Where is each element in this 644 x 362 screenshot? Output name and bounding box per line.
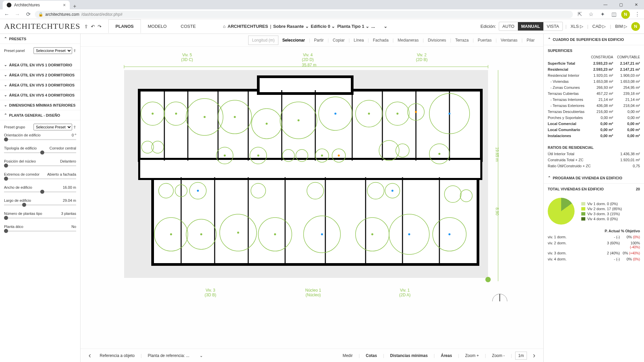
undo-icon[interactable]: ↶ <box>91 24 95 29</box>
tab-planos[interactable]: PLANOS <box>108 19 141 33</box>
tool-partir[interactable]: Partir <box>311 36 327 45</box>
legend-item: Viv 3 dorm. 3 (15%) <box>581 212 622 216</box>
bt-medir[interactable]: Medir <box>340 352 355 359</box>
bt-scale[interactable]: 1m <box>515 352 527 360</box>
reload-button[interactable]: ⟳ <box>24 10 32 18</box>
panel-icon[interactable]: ◫ <box>610 10 618 18</box>
browser-tab[interactable]: Architechtures × <box>3 1 70 9</box>
surf-row: Residencial Interior1.920,01 m²1.908,03 … <box>548 72 640 78</box>
user-avatar[interactable]: N <box>631 22 640 31</box>
bc-more[interactable]: ... ⌄ <box>371 24 387 29</box>
tool-seleccionar[interactable]: Seleccionar <box>279 36 308 45</box>
slider-7[interactable]: Planta áticoNo <box>4 225 76 232</box>
bc-root[interactable]: ARCHITECHTURES <box>228 24 268 29</box>
star-icon[interactable]: ☆ <box>587 10 595 18</box>
redo-icon[interactable]: ↷ <box>98 24 102 29</box>
bt-dist[interactable]: Distancias mínimas <box>387 352 430 359</box>
section-presets[interactable]: ⌃PRESETS <box>0 34 80 44</box>
section-planta[interactable]: ⌃PLANTA GENERAL - DISEÑO <box>0 110 80 120</box>
surf-row: Instalaciones0,00 m²0,00 m² <box>548 133 640 139</box>
tool-fachada[interactable]: Fachada <box>370 36 392 45</box>
tool-longitudm[interactable]: Longitud (m) <box>248 36 278 45</box>
section-dims[interactable]: ⌄DIMENSIONES MÍNIMAS INTERIORES <box>0 100 80 110</box>
slider-0[interactable]: Orientación de edificio0 º <box>4 133 76 140</box>
maximize-button[interactable]: ▢ <box>613 0 629 9</box>
slider-6[interactable]: Número de plantas tipo3 plantas <box>4 212 76 219</box>
bc-level[interactable]: Sobre Rasante ⌄ <box>273 24 309 29</box>
home-icon[interactable]: ⌂ <box>223 24 226 29</box>
svg-point-81 <box>438 153 440 155</box>
slider-2[interactable]: Posición del núcleoDelantero <box>4 159 76 166</box>
total-viv-label: TOTAL VIVIENDAS EN EDIFICIO <box>548 187 604 191</box>
upload-icon[interactable]: ⇪ <box>73 49 76 53</box>
profile-avatar[interactable]: N <box>621 10 630 19</box>
rp-programa-header[interactable]: ⌃PROGRAMA DE VIVIENDA EN EDIFICIO <box>544 172 644 184</box>
pie-chart <box>548 198 575 225</box>
section-area1[interactable]: ⌄ÁREA ÚTIL EN VIVS 1 DORMITORIO <box>0 60 80 70</box>
surf-title: SUPERFICIES <box>544 45 644 54</box>
svg-point-82 <box>197 190 199 192</box>
left-panel: ⌃PRESETS Preset panel Seleccione Preset … <box>0 34 80 362</box>
chevron-down-icon: ⌄ <box>4 93 7 97</box>
legend-item: Viv 4 dorm. 0 (0%) <box>581 217 622 221</box>
surf-row: - Zonas Comunes266,93 m²254,95 m² <box>548 84 640 90</box>
tool-divisiones[interactable]: Divisiones <box>424 36 449 45</box>
tool-medianeras[interactable]: Medianeras <box>394 36 422 45</box>
mode-auto[interactable]: AUTO <box>499 22 518 31</box>
upload-icon[interactable]: ⇪ <box>84 24 88 29</box>
close-icon[interactable]: × <box>63 2 66 8</box>
tool-copiar[interactable]: Copiar <box>329 36 348 45</box>
bt-areas[interactable]: Áreas <box>438 352 454 359</box>
tab-coste[interactable]: COSTE <box>174 19 203 33</box>
browser-chrome: Architechtures × + — ▢ ✕ ← → ⟳ 🔒 archite… <box>0 0 644 19</box>
bc-floor[interactable]: Planta Tipo 1 ⌄ <box>337 24 369 29</box>
tool-puertas[interactable]: Puertas <box>474 36 495 45</box>
upload-icon[interactable]: ⇪ <box>73 125 76 129</box>
ratio-row: Útil Interior Total1.436,38 m² <box>548 151 640 157</box>
tool-pilar[interactable]: Pilar <box>523 36 538 45</box>
url-host: architechtures.com <box>45 12 79 17</box>
mode-vista[interactable]: VISTA <box>543 22 562 31</box>
ratio-row: Ratio Útil/Construido + ZC0,75 <box>548 163 640 169</box>
planta-ref-select[interactable]: Planta de referencia: ... ⌄ <box>145 352 206 359</box>
tool-ventanas[interactable]: Ventanas <box>497 36 521 45</box>
bc-building[interactable]: Edificio 0 ⌄ <box>311 24 335 29</box>
section-area2[interactable]: ⌄ÁREA ÚTIL EN VIVS 2 DORMITORIOS <box>0 70 80 80</box>
puzzle-icon[interactable]: ✦ <box>598 10 606 18</box>
url-input[interactable]: 🔒 architechtures.com/dashboard/editor.ph… <box>35 11 573 18</box>
bt-zoomin[interactable]: Zoom + <box>463 352 482 359</box>
slider-1[interactable]: Tipología de edificioCorredor central <box>4 146 76 153</box>
next-button[interactable]: › <box>530 351 538 360</box>
preset-select[interactable]: Seleccione Preset <box>34 47 72 54</box>
minimize-button[interactable]: — <box>598 0 613 9</box>
prev-button[interactable]: ‹ <box>86 351 94 360</box>
slider-3[interactable]: Extremos de corredorAbierto a fachada <box>4 172 76 179</box>
slider-5[interactable]: Largo de edificio29.04 m <box>4 198 76 205</box>
tab-modelo[interactable]: MODELO <box>141 19 174 33</box>
rp-superficies-header[interactable]: ⌃CUADRO DE SUPERFICIES EN EDIFICIO <box>544 34 644 45</box>
surf-row: Local Comercial0,00 m²0,00 m² <box>548 121 640 127</box>
mode-manual[interactable]: MANUAL <box>518 22 543 31</box>
tool-terraza[interactable]: Terraza <box>452 36 472 45</box>
tool-lnea[interactable]: Línea <box>351 36 367 45</box>
export-xls[interactable]: XLS ▷ <box>569 22 585 31</box>
export-cad[interactable]: CAD ▷ <box>591 22 607 31</box>
section-area3[interactable]: ⌄ÁREA ÚTIL EN VIVS 3 DORMITORIOS <box>0 80 80 90</box>
slider-4[interactable]: Ancho de edificio16.00 m <box>4 185 76 192</box>
section-area4[interactable]: ⌄ÁREA ÚTIL EN VIVS 4 DORMITORIOS <box>0 90 80 100</box>
ref-obj-label[interactable]: Referencia a objeto <box>97 352 137 359</box>
export-bim[interactable]: BIM ▷ <box>614 22 629 31</box>
bt-cotas[interactable]: Cotas <box>363 352 380 359</box>
close-window-button[interactable]: ✕ <box>629 0 644 9</box>
new-tab-button[interactable]: + <box>70 3 79 9</box>
menu-icon[interactable]: ⋮ <box>633 10 641 18</box>
forward-button[interactable]: → <box>13 10 21 18</box>
share-icon[interactable]: ⇱ <box>576 10 584 18</box>
svg-point-78 <box>257 155 259 157</box>
floor-plan-canvas[interactable]: Viv. 5(3D C) Viv. 4(2D D) Viv. 2(2D B) 3… <box>80 47 543 349</box>
bt-zoomout[interactable]: Zoom - <box>489 352 507 359</box>
back-button[interactable]: ← <box>3 10 11 18</box>
preset-grupo-select[interactable]: Seleccione Preset <box>34 124 72 130</box>
surf-row: Porches y Soportales0,00 m²0,00 m² <box>548 115 640 121</box>
chevron-down-icon: ⌄ <box>4 103 7 107</box>
